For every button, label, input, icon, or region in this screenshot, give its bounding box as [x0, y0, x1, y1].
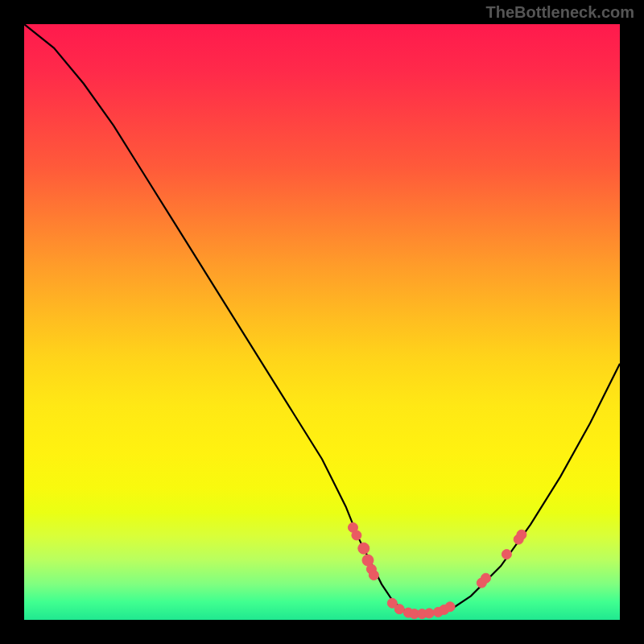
watermark-text: TheBottleneck.com	[486, 3, 634, 22]
chart-svg	[24, 24, 620, 620]
data-marker	[358, 543, 369, 554]
data-marker	[424, 609, 434, 618]
data-markers-group	[348, 522, 526, 618]
data-marker	[352, 530, 361, 540]
data-marker	[517, 530, 526, 539]
chart-plot-area	[24, 24, 620, 620]
data-marker	[502, 550, 511, 559]
data-marker	[481, 573, 491, 583]
bottleneck-curve	[24, 24, 620, 614]
data-marker	[394, 605, 404, 614]
data-marker	[369, 571, 378, 580]
data-marker	[445, 602, 455, 612]
